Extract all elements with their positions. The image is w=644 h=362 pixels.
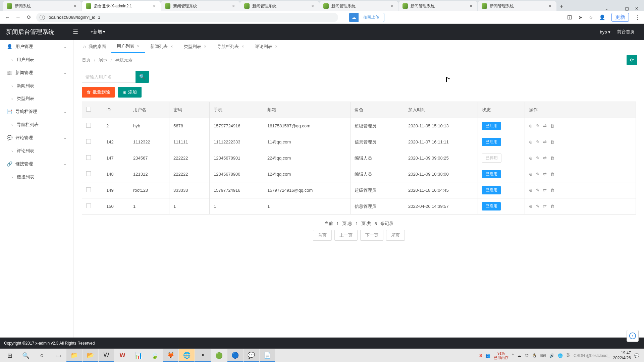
close-icon[interactable]: × [137, 44, 140, 49]
edit-icon[interactable]: ✎ [536, 139, 540, 144]
download-icon[interactable]: ⊕ [529, 188, 533, 193]
ime-icon[interactable]: 英 [566, 353, 570, 358]
browser-tab[interactable]: 新闻系统 × [3, 1, 82, 11]
prev-page-button[interactable]: 上一页 [334, 230, 358, 241]
profile-icon[interactable]: 👤 [599, 14, 605, 20]
add-new-dropdown[interactable]: +新增 ▾ [84, 29, 112, 35]
wechat-icon[interactable]: 💬 [244, 349, 259, 362]
browser-tab[interactable]: 新闻管理系统 × [240, 1, 319, 11]
user-menu[interactable]: hyb ▾ [600, 29, 610, 35]
status-badge[interactable]: 已启用 [482, 202, 501, 210]
browser-tab[interactable]: 后台登录-X-admin2.1 × [82, 1, 161, 11]
close-icon[interactable]: × [241, 44, 244, 49]
menu-toggle-icon[interactable]: ☰ [67, 24, 84, 40]
status-badge[interactable]: 已启用 [482, 138, 501, 146]
delete-icon[interactable]: 🗑 [550, 204, 554, 209]
swap-icon[interactable]: ⇄ [543, 123, 547, 128]
close-icon[interactable]: × [310, 4, 315, 8]
next-page-button[interactable]: 下一页 [360, 230, 383, 241]
more-icon[interactable]: ⋮ [635, 14, 640, 20]
refresh-button[interactable]: ⟳ [627, 55, 637, 65]
close-icon[interactable]: × [170, 44, 173, 49]
content-tab[interactable]: 评论列表× [250, 40, 283, 53]
breadcrumb-item[interactable]: 演示 [99, 57, 107, 63]
taskbar-app[interactable]: 📄 [260, 349, 275, 362]
clock[interactable]: 19:47 2022/4/26 [613, 351, 631, 360]
maximize-icon[interactable]: ▢ [625, 6, 629, 11]
swap-icon[interactable]: ⇄ [543, 204, 547, 209]
search-icon[interactable]: 🔍 [18, 349, 34, 362]
edit-icon[interactable]: ✎ [536, 156, 540, 161]
close-icon[interactable]: × [548, 4, 552, 8]
last-page-button[interactable]: 尾页 [386, 230, 405, 241]
taskbar-app[interactable]: W [115, 349, 130, 362]
first-page-button[interactable]: 首页 [313, 230, 332, 241]
sidebar-item[interactable]: 评论列表 [0, 144, 73, 157]
row-checkbox[interactable] [86, 203, 91, 208]
assist-button[interactable] [627, 330, 639, 342]
back-button[interactable]: ← [4, 14, 11, 21]
download-icon[interactable]: ⊕ [529, 172, 533, 177]
delete-icon[interactable]: 🗑 [550, 156, 554, 161]
tray-icon[interactable]: 🛡 [525, 353, 529, 358]
tray-icon[interactable]: 🐧 [532, 353, 537, 358]
status-badge[interactable]: 已启用 [482, 122, 501, 130]
download-icon[interactable]: ⊕ [529, 156, 533, 161]
tray-icon[interactable]: S [479, 353, 482, 358]
download-icon[interactable]: ⊕ [529, 139, 533, 144]
edit-icon[interactable]: ✎ [536, 172, 540, 177]
row-checkbox[interactable] [86, 139, 91, 144]
taskbar-app[interactable]: 🔵 [227, 349, 243, 362]
select-all-checkbox[interactable] [86, 107, 91, 112]
sidebar-group[interactable]: 💬评论管理 [0, 131, 73, 144]
key-icon[interactable]: ⚿ [567, 14, 572, 20]
start-button[interactable]: ⊞ [2, 349, 17, 362]
taskbar-app[interactable]: 📁 [66, 349, 82, 362]
tray-icon[interactable]: ⌨ [540, 353, 546, 358]
sidebar-group[interactable]: 🔗链接管理 [0, 157, 73, 171]
baidu-upload-button[interactable]: ☁ 拍照上传 [349, 13, 384, 22]
firefox-icon[interactable]: 🦊 [163, 349, 178, 362]
swap-icon[interactable]: ⇄ [543, 156, 547, 161]
content-tab[interactable]: 类型列表× [178, 40, 212, 53]
edit-icon[interactable]: ✎ [536, 123, 540, 128]
tray-up-icon[interactable]: ˄ [512, 353, 514, 358]
close-icon[interactable]: × [204, 44, 207, 49]
tray-icon[interactable]: 👥 [485, 353, 490, 358]
row-checkbox[interactable] [86, 171, 91, 176]
chrome-icon[interactable]: 🌐 [179, 349, 195, 362]
breadcrumb-item[interactable]: 首页 [82, 57, 91, 63]
forward-button[interactable]: → [15, 14, 21, 21]
delete-icon[interactable]: 🗑 [550, 172, 554, 177]
row-checkbox[interactable] [86, 155, 91, 160]
add-button[interactable]: ⊕ 添加 [118, 87, 142, 98]
taskbar-app[interactable]: 📂 [83, 349, 98, 362]
update-button[interactable]: 更新 [611, 13, 629, 22]
url-field[interactable]: i localhost:8088/login?i_id=1 [36, 13, 338, 22]
content-tab[interactable]: 新闻列表× [145, 40, 178, 53]
close-icon[interactable]: × [152, 4, 157, 8]
sidebar-item[interactable]: 导航栏列表 [0, 118, 73, 131]
taskview-icon[interactable]: ▭ [50, 349, 66, 362]
batch-delete-button[interactable]: 🗑 批量删除 [82, 87, 115, 98]
swap-icon[interactable]: ⇄ [543, 172, 547, 177]
status-badge[interactable]: 已启用 [482, 186, 501, 194]
close-icon[interactable]: × [231, 4, 236, 8]
sidebar-group[interactable]: 👤用户管理 [0, 40, 73, 53]
delete-icon[interactable]: 🗑 [550, 123, 554, 128]
download-icon[interactable]: ⊕ [529, 204, 533, 209]
cortana-icon[interactable]: ○ [34, 349, 50, 362]
download-icon[interactable]: ⊕ [529, 123, 533, 128]
delete-icon[interactable]: 🗑 [550, 188, 554, 193]
content-tab[interactable]: 导航栏列表× [212, 40, 250, 53]
notifications-icon[interactable]: 💬 [634, 353, 639, 358]
site-info-icon[interactable]: i [40, 15, 45, 20]
status-badge[interactable]: 已启用 [482, 170, 501, 178]
search-input[interactable] [82, 71, 136, 83]
chevron-down-icon[interactable]: ⌄ [605, 6, 608, 11]
terminal-icon[interactable]: ▪ [195, 349, 211, 362]
sidebar-group[interactable]: 📑导航栏管理 [0, 105, 73, 118]
browser-tab[interactable]: 新闻管理系统 × [478, 1, 556, 11]
swap-icon[interactable]: ⇄ [543, 188, 547, 193]
search-button[interactable]: 🔍 [136, 71, 149, 83]
